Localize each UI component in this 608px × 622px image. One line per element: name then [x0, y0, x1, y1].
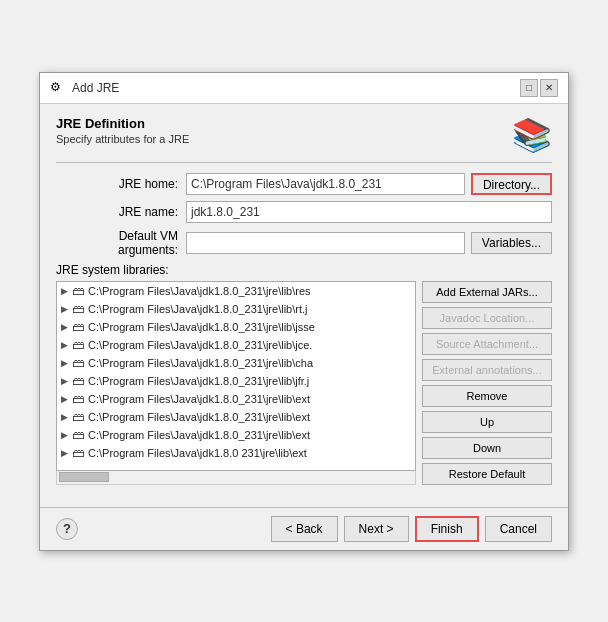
directory-button[interactable]: Directory... — [471, 173, 552, 195]
title-bar-left: ⚙ Add JRE — [50, 80, 119, 96]
remove-button[interactable]: Remove — [422, 385, 552, 407]
expand-arrow-icon: ▶ — [61, 448, 68, 458]
close-button[interactable]: ✕ — [540, 79, 558, 97]
jar-icon: 🗃 — [72, 338, 84, 352]
list-item[interactable]: ▶🗃C:\Program Files\Java\jdk1.8.0_231\jre… — [57, 282, 415, 300]
dialog-icon: ⚙ — [50, 80, 66, 96]
header-divider — [56, 162, 552, 163]
bottom-right: < Back Next > Finish Cancel — [271, 516, 552, 542]
jar-icon: 🗃 — [72, 374, 84, 388]
expand-arrow-icon: ▶ — [61, 412, 68, 422]
libraries-list[interactable]: ▶🗃C:\Program Files\Java\jdk1.8.0_231\jre… — [57, 282, 415, 470]
jar-icon: 🗃 — [72, 446, 84, 460]
list-item[interactable]: ▶🗃C:\Program Files\Java\jdk1.8.0 231\jre… — [57, 444, 415, 462]
back-button[interactable]: < Back — [271, 516, 338, 542]
source-attachment-button[interactable]: Source Attachment... — [422, 333, 552, 355]
jar-icon: 🗃 — [72, 410, 84, 424]
default-vm-input[interactable] — [186, 232, 465, 254]
default-vm-label: Default VM arguments: — [56, 229, 186, 257]
dialog-content: JRE Definition Specify attributes for a … — [40, 104, 568, 507]
add-jre-dialog: ⚙ Add JRE □ ✕ JRE Definition Specify att… — [39, 72, 569, 551]
down-button[interactable]: Down — [422, 437, 552, 459]
header-title: JRE Definition — [56, 116, 189, 131]
jre-name-row: JRE name: — [56, 201, 552, 223]
jre-home-label: JRE home: — [56, 177, 186, 191]
title-bar: ⚙ Add JRE □ ✕ — [40, 73, 568, 104]
bottom-left: ? — [56, 518, 78, 540]
libraries-list-container: ▶🗃C:\Program Files\Java\jdk1.8.0_231\jre… — [56, 281, 416, 471]
next-button[interactable]: Next > — [344, 516, 409, 542]
expand-arrow-icon: ▶ — [61, 394, 68, 404]
variables-button[interactable]: Variables... — [471, 232, 552, 254]
external-annotations-button[interactable]: External annotations... — [422, 359, 552, 381]
header-section: JRE Definition Specify attributes for a … — [56, 116, 552, 154]
dialog-title: Add JRE — [72, 81, 119, 95]
cancel-button[interactable]: Cancel — [485, 516, 552, 542]
bottom-bar: ? < Back Next > Finish Cancel — [40, 507, 568, 550]
expand-arrow-icon: ▶ — [61, 304, 68, 314]
list-item[interactable]: ▶🗃C:\Program Files\Java\jdk1.8.0_231\jre… — [57, 390, 415, 408]
books-icon: 📚 — [512, 116, 552, 154]
jre-name-label: JRE name: — [56, 205, 186, 219]
default-vm-row: Default VM arguments: Variables... — [56, 229, 552, 257]
list-item[interactable]: ▶🗃C:\Program Files\Java\jdk1.8.0_231\jre… — [57, 408, 415, 426]
add-external-jars-button[interactable]: Add External JARs... — [422, 281, 552, 303]
horizontal-scrollbar-thumb — [59, 472, 109, 482]
javadoc-location-button[interactable]: Javadoc Location... — [422, 307, 552, 329]
finish-button[interactable]: Finish — [415, 516, 479, 542]
expand-arrow-icon: ▶ — [61, 376, 68, 386]
jre-name-input[interactable] — [186, 201, 552, 223]
list-item[interactable]: ▶🗃C:\Program Files\Java\jdk1.8.0_231\jre… — [57, 426, 415, 444]
list-item[interactable]: ▶🗃C:\Program Files\Java\jdk1.8.0_231\jre… — [57, 354, 415, 372]
header-subtitle: Specify attributes for a JRE — [56, 133, 189, 145]
minimize-button[interactable]: □ — [520, 79, 538, 97]
jar-icon: 🗃 — [72, 428, 84, 442]
list-item[interactable]: ▶🗃C:\Program Files\Java\jdk1.8.0_231\jre… — [57, 372, 415, 390]
jar-icon: 🗃 — [72, 302, 84, 316]
expand-arrow-icon: ▶ — [61, 358, 68, 368]
libraries-section-label: JRE system libraries: — [56, 263, 552, 277]
restore-default-button[interactable]: Restore Default — [422, 463, 552, 485]
jar-icon: 🗃 — [72, 320, 84, 334]
expand-arrow-icon: ▶ — [61, 430, 68, 440]
list-item[interactable]: ▶🗃C:\Program Files\Java\jdk1.8.0_231\jre… — [57, 318, 415, 336]
expand-arrow-icon: ▶ — [61, 322, 68, 332]
title-controls: □ ✕ — [520, 79, 558, 97]
jar-icon: 🗃 — [72, 284, 84, 298]
expand-arrow-icon: ▶ — [61, 286, 68, 296]
jre-home-input[interactable] — [186, 173, 465, 195]
list-item[interactable]: ▶🗃C:\Program Files\Java\jdk1.8.0_231\jre… — [57, 300, 415, 318]
jre-home-row: JRE home: Directory... — [56, 173, 552, 195]
list-item[interactable]: ▶🗃C:\Program Files\Java\jdk1.8.0_231\jre… — [57, 336, 415, 354]
expand-arrow-icon: ▶ — [61, 340, 68, 350]
libraries-buttons: Add External JARs... Javadoc Location...… — [422, 281, 552, 485]
header-text: JRE Definition Specify attributes for a … — [56, 116, 189, 145]
jar-icon: 🗃 — [72, 356, 84, 370]
libraries-section: ▶🗃C:\Program Files\Java\jdk1.8.0_231\jre… — [56, 281, 552, 485]
up-button[interactable]: Up — [422, 411, 552, 433]
horizontal-scrollbar[interactable] — [56, 471, 416, 485]
jar-icon: 🗃 — [72, 392, 84, 406]
help-button[interactable]: ? — [56, 518, 78, 540]
